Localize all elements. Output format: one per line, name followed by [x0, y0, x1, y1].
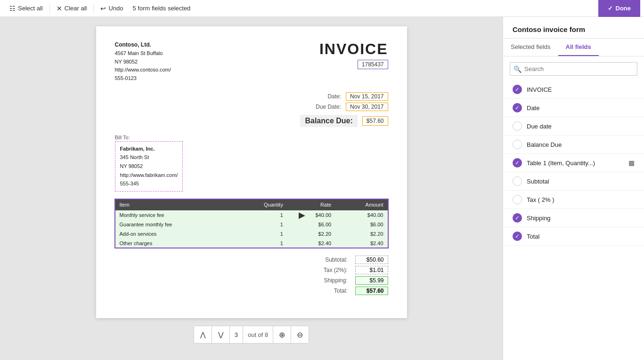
panel-title: Contoso invoice form	[503, 17, 644, 39]
field-name: Due date	[527, 123, 635, 130]
tax-label: Tax (2%):	[310, 267, 348, 273]
shipping-label: Shipping:	[310, 277, 348, 284]
bill-to-website: http://www.fabrikam.com/	[120, 171, 178, 180]
table-row: Guarantee monthly fee1$6.00$6.00	[115, 220, 388, 229]
field-name: Date	[527, 104, 635, 112]
balance-due-label: Balance Due:	[300, 115, 357, 127]
company-address2: NY 98052	[115, 58, 171, 66]
unchecked-icon	[513, 195, 522, 204]
table-row: Monthly service fee1$40.00$40.00	[115, 210, 388, 220]
checked-icon: ✓	[513, 85, 522, 94]
field-name: Table 1 (Item, Quantity...)	[527, 160, 624, 167]
invoice-meta: Date: Nov 15, 2017 Due Date: Nov 30, 201…	[115, 92, 388, 111]
date-label: Date:	[327, 93, 341, 100]
due-date-value: Nov 30, 2017	[346, 103, 388, 111]
select-all-icon: ☷	[9, 5, 16, 12]
prev-page-button[interactable]: ⋀	[194, 326, 212, 343]
field-item[interactable]: Balance Due	[503, 136, 644, 154]
document-viewer: Contoso, Ltd. 4567 Main St Buffalo NY 98…	[0, 17, 503, 360]
total-value: $57.60	[355, 287, 388, 295]
bill-to-name: Fabrikam, Inc.	[120, 144, 178, 153]
next-page-button[interactable]: ⋁	[212, 326, 230, 343]
field-name: Balance Due	[527, 141, 635, 148]
tab-selected-fields[interactable]: Selected fields	[503, 39, 558, 56]
due-date-row: Due Date: Nov 30, 2017	[316, 103, 388, 111]
main-area: Contoso, Ltd. 4567 Main St Buffalo NY 98…	[0, 17, 644, 360]
field-name: Shipping	[527, 215, 635, 222]
invoice-title: INVOICE	[319, 40, 388, 58]
col-quantity: Quantity	[233, 199, 288, 210]
undo-icon: ↩	[100, 5, 106, 12]
clear-icon: ✕	[57, 5, 62, 12]
checked-icon: ✓	[513, 213, 522, 223]
unchecked-icon	[513, 140, 522, 149]
invoice-page: Contoso, Ltd. 4567 Main St Buffalo NY 98…	[96, 26, 407, 318]
field-name: Total	[527, 233, 635, 240]
field-item[interactable]: ✓Table 1 (Item, Quantity...)▦	[503, 154, 644, 172]
tax-row: Tax (2%): $1.01	[310, 266, 388, 274]
subtotal-row: Subtotal: $50.60	[310, 256, 388, 264]
right-panel: Contoso invoice form Selected fields All…	[503, 17, 644, 360]
topbar: ☷ Select all ✕ Clear all ↩ Undo 5 form f…	[0, 0, 644, 17]
subtotal-label: Subtotal:	[310, 256, 348, 263]
company-address1: 4567 Main St Buffalo	[115, 49, 171, 58]
invoice-title-area: INVOICE 1785437	[319, 40, 388, 83]
invoice-header: Contoso, Ltd. 4567 Main St Buffalo NY 98…	[115, 40, 388, 83]
field-item[interactable]: ✓INVOICE	[503, 80, 644, 99]
search-box: 🔍	[510, 62, 637, 76]
table-icon: ▦	[628, 159, 635, 167]
total-label: Total:	[310, 288, 348, 294]
company-name: Contoso, Ltd.	[115, 40, 171, 49]
divider2	[93, 4, 94, 13]
bill-to-address2: NY 98052	[120, 162, 178, 171]
field-item[interactable]: ✓Total	[503, 227, 644, 246]
status-label: 5 form fields selected	[133, 5, 191, 12]
divider	[49, 4, 50, 13]
field-name: INVOICE	[527, 86, 635, 93]
checked-icon: ✓	[513, 158, 522, 168]
checked-icon: ✓	[513, 232, 522, 241]
field-name: Tax ( 2% )	[527, 196, 635, 203]
table-row: Add-on services1$2.20$2.20	[115, 229, 388, 239]
invoice-table: Item Quantity Rate Amount Monthly servic…	[115, 199, 388, 248]
bill-to-section: Bill To: Fabrikam, Inc. 345 North St NY …	[115, 135, 388, 192]
tax-value: $1.01	[355, 266, 388, 274]
invoice-number: 1785437	[358, 60, 388, 69]
field-item[interactable]: ✓Date	[503, 99, 644, 117]
panel-tabs: Selected fields All fields	[503, 39, 644, 56]
due-date-label: Due Date:	[316, 104, 341, 110]
balance-due-row: Balance Due: $57.60	[115, 115, 388, 127]
col-amount: Amount	[336, 199, 388, 210]
bill-to-label: Bill To:	[115, 135, 388, 140]
unchecked-icon	[513, 176, 522, 186]
tab-all-fields[interactable]: All fields	[558, 39, 599, 56]
col-item: Item	[115, 199, 233, 210]
shipping-value: $5.99	[355, 276, 388, 285]
bill-to-box: Fabrikam, Inc. 345 North St NY 98052 htt…	[115, 141, 183, 192]
undo-button[interactable]: ↩ Undo	[95, 0, 129, 17]
field-item[interactable]: Tax ( 2% )	[503, 191, 644, 209]
total-row: Total: $57.60	[310, 287, 388, 295]
table-row: Other charges1$2.40$2.40	[115, 239, 388, 248]
checked-icon: ✓	[513, 103, 522, 112]
subtotal-value: $50.60	[355, 256, 388, 264]
unchecked-icon	[513, 121, 522, 131]
col-rate: Rate	[288, 199, 336, 210]
bill-to-address1: 345 North St	[120, 153, 178, 162]
date-value: Nov 15, 2017	[346, 92, 388, 101]
field-item[interactable]: ✓Shipping	[503, 209, 644, 227]
check-icon: ✓	[608, 5, 613, 12]
date-row: Date: Nov 15, 2017	[327, 92, 388, 101]
zoom-in-button[interactable]: ⊕	[273, 326, 291, 343]
zoom-out-button[interactable]: ⊖	[291, 326, 309, 343]
field-item[interactable]: Subtotal	[503, 172, 644, 191]
search-input[interactable]	[510, 62, 637, 76]
balance-due-value: $57.60	[362, 116, 388, 126]
clear-all-button[interactable]: ✕ Clear all	[51, 0, 93, 17]
field-item[interactable]: Due date	[503, 117, 644, 136]
page-number: 3	[230, 326, 243, 343]
shipping-row: Shipping: $5.99	[310, 276, 388, 285]
select-all-button[interactable]: ☷ Select all	[4, 0, 49, 17]
done-button[interactable]: ✓ Done	[598, 0, 641, 17]
totals-section: Subtotal: $50.60 Tax (2%): $1.01 Shippin…	[115, 256, 388, 295]
